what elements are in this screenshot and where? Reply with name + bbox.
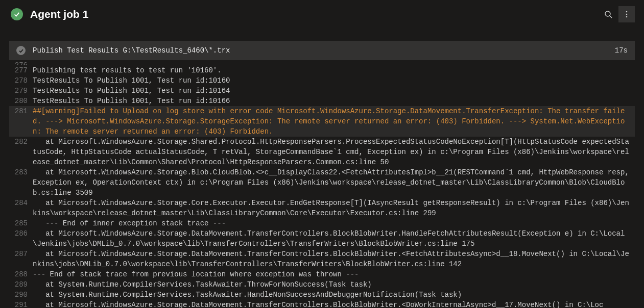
log-row: 276TestResults To Publish 1001, Test run… — [9, 60, 635, 65]
line-text: at System.Runtime.CompilerServices.TaskA… — [33, 290, 635, 300]
line-text: at Microsoft.WindowsAzure.Storage.Shared… — [33, 137, 635, 167]
log-row: 286 at Microsoft.WindowsAzure.Storage.Da… — [9, 228, 635, 249]
line-number: 279 — [9, 86, 33, 96]
line-number: 277 — [9, 65, 33, 75]
line-number: 282 — [9, 137, 33, 167]
line-number: 290 — [9, 290, 33, 300]
line-text: at Microsoft.WindowsAzure.Storage.Blob.C… — [33, 167, 635, 198]
search-icon — [604, 10, 612, 18]
line-number: 276 — [9, 60, 33, 65]
line-text: at Microsoft.WindowsAzure.Storage.Core.E… — [33, 198, 635, 218]
page-header: Agent job 1 — [0, 0, 644, 29]
line-number: 278 — [9, 75, 33, 86]
log-row: 287 at Microsoft.WindowsAzure.Storage.Da… — [9, 249, 635, 269]
more-vertical-icon — [623, 10, 631, 18]
header-actions — [600, 6, 635, 22]
line-number: 281 — [9, 106, 33, 137]
log-row: 278TestResults To Publish 1001, Test run… — [9, 75, 635, 86]
line-text: --- End of stack trace from previous loc… — [33, 269, 635, 279]
line-number: 283 — [9, 167, 33, 198]
line-number: 291 — [9, 300, 33, 308]
success-status-icon — [11, 8, 23, 20]
log-output[interactable]: 276TestResults To Publish 1001, Test run… — [9, 60, 635, 308]
log-row: 289 at System.Runtime.CompilerServices.T… — [9, 279, 635, 290]
line-number: 284 — [9, 198, 33, 218]
line-text: Publishing test results to test run '101… — [33, 65, 635, 75]
log-row: 291 at Microsoft.WindowsAzure.Storage.Da… — [9, 300, 635, 308]
line-number: 289 — [9, 279, 33, 290]
line-number: 280 — [9, 96, 33, 106]
log-row: 284 at Microsoft.WindowsAzure.Storage.Co… — [9, 198, 635, 218]
task-name: Publish Test Results G:\TestResults_6460… — [33, 46, 608, 55]
task-success-icon — [16, 46, 26, 55]
search-button[interactable] — [600, 6, 616, 22]
page-title: Agent job 1 — [30, 8, 593, 20]
svg-point-4 — [626, 16, 628, 18]
line-text: at System.Runtime.CompilerServices.TaskA… — [33, 279, 635, 290]
line-text: TestResults To Publish 1001, Test run id… — [33, 75, 635, 86]
task-header[interactable]: Publish Test Results G:\TestResults_6460… — [9, 41, 635, 60]
more-actions-button[interactable] — [618, 6, 635, 22]
log-row: 277Publishing test results to test run '… — [9, 65, 635, 75]
log-row: 290 at System.Runtime.CompilerServices.T… — [9, 290, 635, 300]
svg-point-2 — [626, 11, 628, 13]
log-row: 281##[warning]Failed to Upload on log st… — [9, 106, 635, 137]
svg-point-3 — [626, 14, 628, 15]
line-text: ##[warning]Failed to Upload on log store… — [33, 106, 635, 137]
line-number: 286 — [9, 228, 33, 249]
log-row: 283 at Microsoft.WindowsAzure.Storage.Bl… — [9, 167, 635, 198]
log-row: 285 --- End of inner exception stack tra… — [9, 218, 635, 228]
line-text: at Microsoft.WindowsAzure.Storage.DataMo… — [33, 228, 635, 249]
svg-point-0 — [605, 11, 610, 16]
line-number: 288 — [9, 269, 33, 279]
log-row: 279TestResults To Publish 1001, Test run… — [9, 86, 635, 96]
line-text: at Microsoft.WindowsAzure.Storage.DataMo… — [33, 249, 635, 269]
line-text: TestResults To Publish 1001, Test run id… — [33, 86, 635, 96]
task-duration: 17s — [615, 46, 628, 55]
line-text: at Microsoft.WindowsAzure.Storage.DataMo… — [33, 300, 635, 308]
line-text: --- End of inner exception stack trace -… — [33, 218, 635, 228]
line-number: 287 — [9, 249, 33, 269]
svg-line-1 — [610, 16, 612, 18]
log-row: 288--- End of stack trace from previous … — [9, 269, 635, 279]
line-number: 285 — [9, 218, 33, 228]
log-row: 282 at Microsoft.WindowsAzure.Storage.Sh… — [9, 137, 635, 167]
log-row: 280TestResults To Publish 1001, Test run… — [9, 96, 635, 106]
line-text: TestResults To Publish 1001, Test run id… — [33, 96, 635, 106]
